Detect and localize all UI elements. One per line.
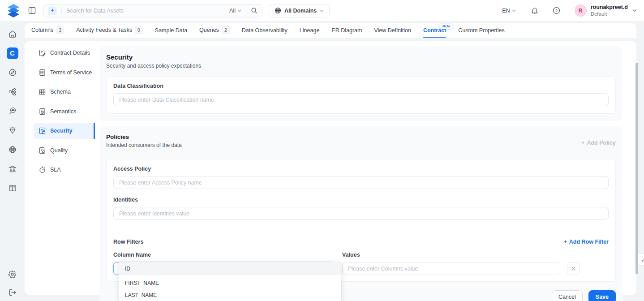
nav-item-contract-details[interactable]: Contract Details: [34, 45, 95, 61]
plus-icon: +: [563, 239, 567, 245]
values-label: Values: [342, 252, 560, 258]
tab-activity-feeds[interactable]: Activity Feeds & Tasks0: [76, 26, 143, 38]
user-team: Default: [591, 11, 628, 17]
nav-item-sla[interactable]: SLA: [34, 162, 95, 178]
policies-section-subtitle: Intended consumers of the data: [106, 142, 182, 148]
row-filters-title: Row Filters: [113, 239, 143, 245]
cancel-button[interactable]: Cancel: [552, 290, 583, 301]
data-classification-input[interactable]: [113, 93, 609, 106]
add-row-filter-button[interactable]: + Add Row Filter: [563, 239, 609, 245]
data-classification-label: Data Classification: [113, 83, 609, 89]
tab-count-badge: 3: [56, 26, 64, 34]
chevron-down-icon: [512, 9, 516, 12]
column-name-label: Column Name: [113, 252, 335, 258]
explore-compass-icon[interactable]: [0, 63, 25, 82]
security-section-title: Security: [106, 53, 616, 61]
tab-custom-properties[interactable]: Custom Properties: [458, 27, 505, 38]
tab-sample-data[interactable]: Sample Data: [155, 27, 187, 38]
data-flow-icon[interactable]: [0, 82, 25, 101]
tab-columns[interactable]: Columns3: [31, 26, 64, 38]
tab-queries[interactable]: Queries2: [199, 26, 230, 38]
search-icon[interactable]: [251, 7, 258, 14]
identities-input[interactable]: [113, 207, 609, 220]
governance-bank-icon[interactable]: [0, 159, 25, 178]
svg-text:?: ?: [555, 9, 558, 13]
collate-app-icon[interactable]: C: [0, 43, 25, 63]
top-bar: ✦ Search for Data Assets All All Domains…: [0, 0, 644, 22]
dropdown-option[interactable]: FIRST_NAME: [119, 277, 341, 289]
nav-item-quality[interactable]: Quality: [34, 142, 95, 159]
remove-row-filter-button[interactable]: [567, 262, 580, 275]
ai-sparkle-icon[interactable]: ✦: [48, 6, 57, 15]
language-dropdown[interactable]: EN: [502, 8, 515, 14]
identities-label: Identities: [113, 197, 609, 203]
contract-panel: Contract Details Terms of Service Schema…: [25, 41, 636, 295]
tab-lineage[interactable]: Lineage: [300, 27, 320, 38]
insights-bulb-icon[interactable]: [0, 120, 25, 140]
lock-document-icon: [39, 127, 46, 134]
knowledge-book-icon[interactable]: [0, 178, 25, 198]
data-classification-card: Data Classification: [106, 76, 616, 114]
policies-section-title: Policies: [106, 133, 182, 140]
values-input[interactable]: [342, 262, 560, 275]
tab-data-observability[interactable]: Data Observability: [242, 27, 288, 38]
globe-icon: [275, 7, 281, 14]
access-policy-label: Access Policy: [113, 166, 609, 172]
all-domains-button[interactable]: All Domains: [269, 4, 330, 17]
logout-icon[interactable]: [0, 284, 25, 301]
entity-tab-bar: Columns3 Activity Feeds & Tasks0 Sample …: [25, 23, 636, 38]
nav-item-schema[interactable]: Schema: [34, 84, 95, 100]
user-menu-chevron-icon[interactable]: [632, 9, 637, 12]
sidebar-toggle-icon[interactable]: [28, 7, 36, 14]
access-policy-input[interactable]: [113, 176, 609, 189]
tab-count-badge: 2: [222, 26, 230, 34]
add-policy-button[interactable]: + Add Policy: [581, 140, 616, 146]
diagonal-resize-icon: [641, 257, 644, 262]
nav-item-terms-of-service[interactable]: Terms of Service: [34, 64, 95, 81]
stopwatch-icon: [39, 166, 46, 173]
settings-gear-icon[interactable]: [0, 265, 25, 284]
column-name-dropdown: ID FIRST_NAME LAST_NAME: [119, 262, 341, 301]
search-scope-dropdown[interactable]: All: [229, 8, 241, 14]
contract-section-nav: Contract Details Terms of Service Schema…: [34, 45, 95, 181]
user-name: rounakpreet.d: [591, 4, 628, 11]
global-search-input[interactable]: ✦ Search for Data Assets All: [43, 4, 262, 17]
chevron-down-icon: [237, 9, 241, 12]
resize-handle-button[interactable]: [638, 254, 644, 266]
nav-item-semantics[interactable]: Semantics: [34, 103, 95, 120]
tab-contract[interactable]: ContractBeta: [423, 27, 446, 38]
chevron-down-icon: [320, 9, 324, 12]
app-rail: C: [0, 22, 25, 301]
dropdown-option[interactable]: LAST_NAME: [119, 289, 341, 301]
beta-badge: Beta: [439, 23, 453, 29]
nav-item-security[interactable]: Security: [34, 123, 95, 139]
tab-view-definition[interactable]: View Definition: [374, 27, 411, 38]
close-icon: [571, 266, 576, 271]
save-button[interactable]: Save: [588, 290, 616, 301]
tab-er-diagram[interactable]: ER Diagram: [331, 27, 362, 38]
tab-count-badge: 0: [135, 26, 143, 34]
observability-search-icon[interactable]: [0, 101, 25, 120]
collate-logo-icon[interactable]: [6, 4, 21, 18]
plus-icon: +: [581, 140, 584, 146]
security-section: Security Security and access policy expe…: [99, 46, 623, 121]
notifications-bell-icon[interactable]: [531, 7, 538, 14]
search-placeholder: Search for Data Assets: [66, 8, 229, 14]
vertical-scrollbar[interactable]: [635, 63, 638, 274]
user-avatar[interactable]: R: [575, 4, 587, 17]
dropdown-option[interactable]: ID: [119, 262, 341, 275]
help-icon[interactable]: ?: [553, 7, 560, 14]
security-section-subtitle: Security and access policy expectations: [106, 63, 616, 69]
domains-globe-icon[interactable]: [0, 140, 25, 159]
home-icon[interactable]: [0, 24, 25, 43]
